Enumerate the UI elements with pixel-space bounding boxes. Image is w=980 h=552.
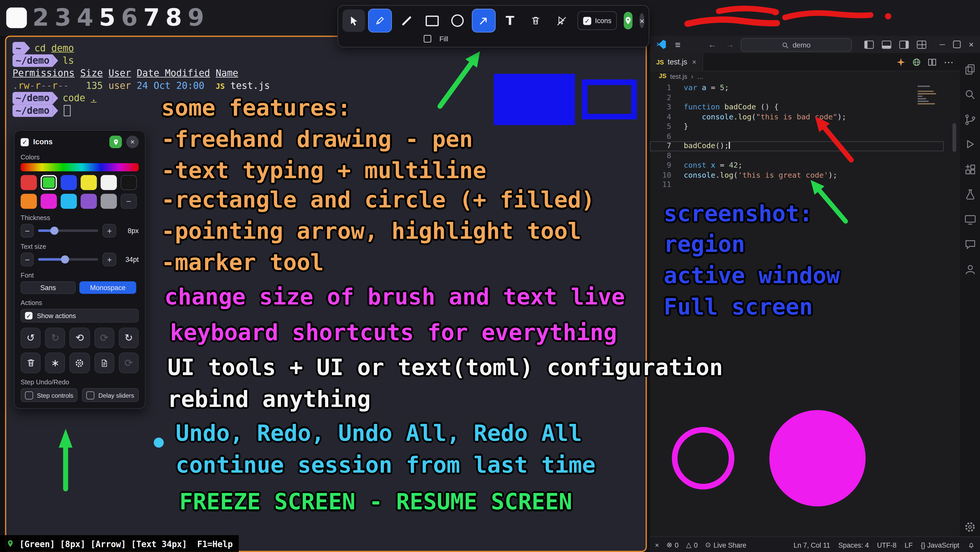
resume-button[interactable]: ⟳ — [119, 353, 138, 373]
run-debug-icon[interactable] — [963, 137, 977, 152]
arrow-tool-button[interactable] — [472, 9, 496, 33]
pin-button[interactable] — [624, 12, 633, 29]
breadcrumb-file[interactable]: test.js — [670, 72, 687, 80]
undo-all-button[interactable]: ⟲ — [70, 328, 89, 348]
nav-back-icon[interactable]: ← — [708, 39, 717, 49]
window-minimize-icon[interactable]: ─ — [939, 40, 945, 49]
log-button[interactable] — [94, 353, 114, 373]
remote-explorer-icon[interactable] — [963, 212, 977, 227]
bell-icon[interactable] — [967, 541, 975, 549]
menu-hamburger-icon[interactable]: ≡ — [675, 39, 681, 49]
icons-toggle-button[interactable]: ✓ Icons — [578, 11, 617, 30]
remove-color-button[interactable]: − — [121, 194, 137, 209]
minimap[interactable] — [917, 86, 942, 105]
color-swatch-red[interactable] — [21, 175, 37, 190]
workspace-6[interactable]: 6 — [121, 4, 138, 31]
font-monospace-button[interactable]: Monospace — [79, 282, 136, 294]
breadcrumb[interactable]: JS test.js › … — [650, 71, 969, 81]
delete-tool-button[interactable] — [524, 10, 547, 32]
repeat-button[interactable]: ↻ — [119, 328, 138, 348]
status-line-col[interactable]: Ln 7, Col 11 — [794, 541, 830, 549]
text-size-track[interactable] — [38, 258, 99, 261]
split-editor-icon[interactable] — [928, 58, 936, 66]
chat-icon[interactable] — [963, 237, 977, 252]
live-share-button[interactable]: ⊙ Live Share — [705, 541, 746, 549]
tab-close-icon[interactable]: × — [692, 58, 696, 65]
freeze-screen-button[interactable]: ∗ — [45, 353, 65, 373]
text-size-increase-button[interactable]: + — [103, 253, 116, 267]
status-spaces[interactable]: Spaces: 4 — [838, 541, 869, 549]
color-swatch-gray[interactable] — [100, 194, 117, 209]
color-swatch-orange[interactable] — [21, 194, 37, 209]
copilot-sparkle-icon[interactable] — [897, 58, 905, 66]
accounts-icon[interactable] — [963, 262, 977, 277]
warnings-indicator[interactable]: △ 0 — [686, 541, 698, 549]
checkbox-checked-icon[interactable]: ✓ — [21, 138, 29, 146]
workspace-2[interactable]: 2 — [33, 4, 49, 31]
toggle-sidebar-icon[interactable] — [864, 40, 874, 49]
settings-gear-icon[interactable] — [960, 521, 980, 533]
undo-button[interactable]: ↺ — [21, 328, 41, 348]
redo-button[interactable]: ↻ — [45, 328, 65, 348]
globe-icon[interactable] — [913, 58, 921, 66]
rectangle-tool-button[interactable] — [421, 10, 443, 32]
workspace-4[interactable]: 4 — [77, 4, 93, 31]
fill-indicator[interactable]: Fill — [424, 35, 448, 42]
color-swatch-magenta[interactable] — [41, 194, 57, 209]
pin-button[interactable] — [109, 135, 122, 148]
search-icon[interactable] — [963, 87, 977, 102]
editor-scrollbar[interactable] — [953, 123, 956, 152]
color-swatch-blue[interactable] — [60, 175, 77, 190]
toggle-secondary-sidebar-icon[interactable] — [900, 40, 909, 49]
thickness-knob[interactable] — [51, 227, 59, 235]
font-sans-button[interactable]: Sans — [21, 282, 75, 294]
window-close-icon[interactable]: × — [969, 39, 974, 49]
select-tool-button[interactable] — [342, 10, 365, 32]
text-size-knob[interactable] — [61, 256, 69, 264]
thickness-track[interactable] — [38, 229, 99, 232]
nav-forward-icon[interactable]: → — [725, 39, 734, 49]
color-swatch-purple[interactable] — [81, 194, 97, 209]
color-swatch-black[interactable] — [121, 175, 137, 190]
thickness-increase-button[interactable]: + — [103, 224, 116, 238]
search-input[interactable]: demo — [741, 38, 852, 52]
window-maximize-icon[interactable] — [953, 41, 961, 48]
toggle-panel-icon[interactable] — [882, 40, 891, 49]
thickness-decrease-button[interactable]: − — [21, 224, 34, 238]
toolbar-close-button[interactable]: × — [640, 13, 644, 28]
screencast-close-icon[interactable]: × — [655, 541, 659, 549]
hide-pointer-tool-button[interactable] — [550, 10, 573, 32]
source-control-icon[interactable] — [963, 112, 977, 127]
extensions-icon[interactable] — [963, 162, 977, 177]
pen-tool-button[interactable] — [368, 9, 392, 33]
workspace-9[interactable]: 9 — [188, 4, 204, 31]
color-swatch-yellow[interactable] — [81, 175, 97, 190]
workspace-5[interactable]: 5 — [99, 4, 116, 31]
text-tool-button[interactable]: T — [499, 10, 521, 32]
breadcrumb-more[interactable]: … — [697, 72, 703, 80]
redo-all-button[interactable]: ⟳ — [94, 328, 114, 348]
workspace-7[interactable]: 7 — [143, 4, 160, 31]
workspace-1-indicator[interactable] — [6, 7, 27, 28]
step-controls-toggle[interactable]: Step controls — [21, 388, 78, 402]
status-language[interactable]: {} JavaScript — [921, 541, 959, 549]
text-size-decrease-button[interactable]: − — [21, 253, 34, 267]
color-swatch-cyan[interactable] — [60, 194, 77, 209]
line-tool-button[interactable] — [395, 10, 418, 32]
customize-layout-icon[interactable] — [917, 40, 927, 49]
more-actions-icon[interactable]: ⋯ — [944, 56, 954, 68]
workspace-8[interactable]: 8 — [165, 4, 182, 31]
delay-sliders-toggle[interactable]: Delay sliders — [82, 388, 138, 402]
panel-close-button[interactable]: × — [126, 135, 139, 148]
color-swatch-green-selected[interactable] — [41, 175, 57, 190]
testing-icon[interactable] — [963, 187, 977, 202]
ellipse-tool-button[interactable] — [446, 10, 469, 32]
delete-all-button[interactable] — [21, 353, 41, 373]
settings-button[interactable] — [70, 353, 89, 373]
workspace-3[interactable]: 3 — [55, 4, 71, 31]
errors-indicator[interactable]: ⊗ 0 — [667, 541, 679, 549]
code-editor[interactable]: 1var a = 5; 2 3function badCode () { 4 c… — [650, 83, 960, 190]
color-gradient-picker[interactable] — [21, 163, 138, 172]
status-eol[interactable]: LF — [905, 541, 913, 549]
show-actions-toggle[interactable]: ✓ Show actions — [21, 309, 138, 323]
